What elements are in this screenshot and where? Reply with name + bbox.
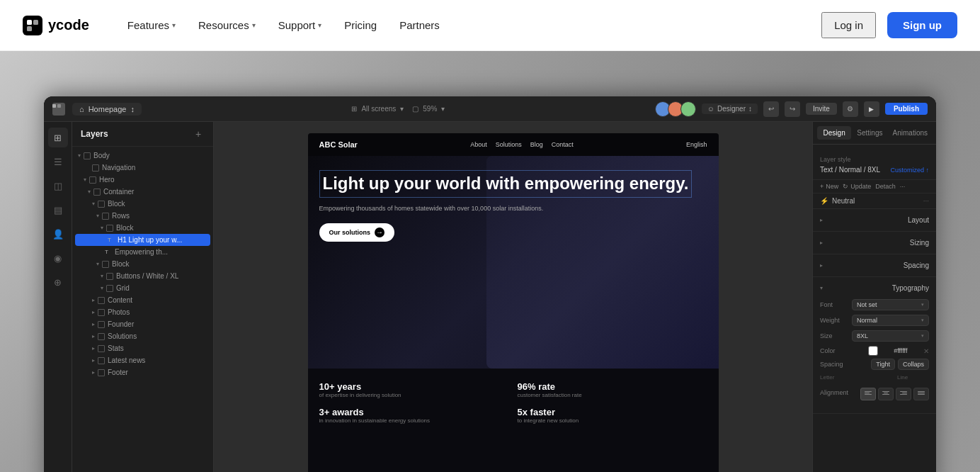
preview-button[interactable]: ▶ bbox=[864, 101, 879, 117]
sidebar-icon-settings[interactable]: ⚙ bbox=[48, 468, 68, 472]
spacing-section-header[interactable]: ▸ Spacing bbox=[813, 259, 936, 272]
font-select[interactable]: Not set ▾ bbox=[852, 299, 929, 310]
layout-section-header[interactable]: ▸ Layout bbox=[813, 213, 936, 227]
site-link-blog: Blog bbox=[530, 141, 543, 148]
detach-style-button[interactable]: Detach bbox=[875, 183, 896, 190]
spacing-collaps-badge[interactable]: Collaps bbox=[898, 359, 929, 370]
layer-rows[interactable]: ▾ Rows bbox=[72, 210, 213, 222]
align-right-button[interactable] bbox=[896, 388, 911, 400]
layer-hero[interactable]: ▾ Hero bbox=[72, 174, 213, 186]
size-select[interactable]: 8XL ▾ bbox=[852, 330, 929, 342]
block-icon bbox=[98, 333, 105, 340]
more-style-button[interactable]: ··· bbox=[900, 183, 906, 190]
customized-badge[interactable]: Customized ↑ bbox=[890, 167, 929, 174]
signup-button[interactable]: Sign up bbox=[887, 12, 957, 38]
layer-empowering[interactable]: T Empowering th... bbox=[72, 246, 213, 258]
layer-photos[interactable]: ▸ Photos bbox=[72, 306, 213, 318]
expand-icon: ▸ bbox=[92, 369, 95, 376]
home-icon: ⌂ bbox=[79, 105, 84, 113]
block-icon bbox=[98, 357, 105, 364]
block-icon bbox=[84, 152, 91, 159]
nav-support[interactable]: Support ▾ bbox=[268, 13, 332, 37]
layout-section: ▸ Layout bbox=[813, 209, 936, 232]
redo-button[interactable]: ↪ bbox=[785, 101, 800, 117]
sidebar-icon-users[interactable]: 👤 bbox=[48, 224, 68, 244]
nav-pricing[interactable]: Pricing bbox=[334, 13, 387, 37]
block-icon bbox=[98, 321, 105, 328]
layer-content[interactable]: ▸ Content bbox=[72, 294, 213, 306]
sidebar-icon-media[interactable]: ▤ bbox=[48, 200, 68, 220]
align-left-button[interactable] bbox=[860, 388, 876, 400]
layer-navigation[interactable]: ▾ Navigation bbox=[72, 162, 213, 174]
letter-line-row: Letter Line bbox=[820, 374, 929, 381]
sidebar-icon-pages[interactable]: ⊞ bbox=[48, 128, 68, 147]
layers-title: Layers bbox=[81, 129, 108, 139]
sidebar-icon-components[interactable]: ◫ bbox=[48, 176, 68, 196]
layer-founder[interactable]: ▸ Founder bbox=[72, 318, 213, 330]
color-label: Color bbox=[820, 347, 852, 354]
nav-resources[interactable]: Resources ▾ bbox=[188, 13, 266, 37]
expand-icon: ▾ bbox=[820, 285, 823, 291]
undo-button[interactable]: ↩ bbox=[763, 101, 779, 117]
align-center-button[interactable] bbox=[878, 388, 894, 400]
logo-text: ycode bbox=[48, 17, 89, 33]
spacing-sub-label: Spacing bbox=[820, 361, 852, 368]
app-body: ⊞ ☰ ◫ ▤ 👤 ◉ ⊕ ⚙ Layers + bbox=[44, 122, 936, 472]
logo[interactable]: ycode bbox=[23, 16, 89, 35]
ellipsis-icon: ··· bbox=[900, 183, 906, 190]
sizing-section-header[interactable]: ▸ Sizing bbox=[813, 236, 936, 249]
publish-button[interactable]: Publish bbox=[885, 103, 928, 115]
app-logo-icon bbox=[52, 103, 65, 116]
select-arrow-icon: ▾ bbox=[921, 318, 924, 323]
layer-container[interactable]: ▾ Container bbox=[72, 186, 213, 198]
spacing-tight-badge[interactable]: Tight bbox=[871, 359, 895, 370]
layer-footer[interactable]: ▸ Footer bbox=[72, 366, 213, 378]
alignment-buttons bbox=[860, 388, 929, 400]
svg-rect-4 bbox=[57, 104, 61, 108]
invite-button[interactable]: Invite bbox=[806, 103, 837, 115]
layer-solutions[interactable]: ▸ Solutions bbox=[72, 330, 213, 342]
block-icon bbox=[98, 309, 105, 316]
layer-grid[interactable]: ▾ Grid bbox=[72, 282, 213, 294]
new-style-button[interactable]: + New bbox=[820, 183, 838, 190]
layer-stats[interactable]: ▸ Stats bbox=[72, 342, 213, 354]
login-button[interactable]: Log in bbox=[821, 12, 876, 38]
tab-design[interactable]: Design bbox=[817, 126, 851, 140]
layer-block-3[interactable]: ▾ Block bbox=[72, 258, 213, 270]
sidebar-icon-database[interactable]: ◉ bbox=[48, 248, 68, 268]
plus-icon: + bbox=[820, 183, 824, 190]
expand-icon: ▾ bbox=[78, 152, 81, 159]
color-swatch[interactable] bbox=[868, 346, 878, 356]
nav-partners[interactable]: Partners bbox=[389, 13, 450, 37]
site-cta-button[interactable]: Our solutions → bbox=[319, 223, 395, 242]
typography-section-header[interactable]: ▾ Typography bbox=[813, 281, 936, 295]
layers-header: Layers + bbox=[72, 122, 213, 147]
settings-icon[interactable]: ⚙ bbox=[843, 101, 858, 117]
weight-select[interactable]: Normal ▾ bbox=[852, 315, 929, 326]
canvas-area[interactable]: ABC Solar About Solutions Blog Contact E… bbox=[214, 122, 812, 472]
stat-2: 96% rate customer satisfaction rate bbox=[518, 381, 707, 398]
breadcrumb-expand-icon: ↕ bbox=[130, 105, 135, 113]
sidebar-icon-globe[interactable]: ⊕ bbox=[48, 272, 68, 292]
layer-block-2[interactable]: ▾ Block bbox=[72, 222, 213, 234]
icons-sidebar: ⊞ ☰ ◫ ▤ 👤 ◉ ⊕ ⚙ bbox=[44, 122, 72, 472]
layer-buttons[interactable]: ▾ Buttons / White / XL bbox=[72, 270, 213, 282]
clear-color-button[interactable]: ✕ bbox=[923, 347, 929, 355]
align-justify-button[interactable] bbox=[913, 388, 929, 400]
layer-block-1[interactable]: ▾ Block bbox=[72, 198, 213, 210]
neutral-more-button[interactable]: ··· bbox=[923, 197, 929, 205]
layer-h1[interactable]: T H1 Light up your w... bbox=[75, 234, 210, 246]
nav-features[interactable]: Features ▾ bbox=[118, 13, 186, 37]
add-layer-button[interactable]: + bbox=[192, 128, 205, 140]
update-style-button[interactable]: ↻ Update bbox=[843, 183, 871, 190]
sidebar-icon-layers[interactable]: ☰ bbox=[48, 152, 68, 172]
breadcrumb[interactable]: ⌂ Homepage ↕ bbox=[72, 103, 142, 116]
svg-rect-1 bbox=[33, 20, 38, 25]
layer-body[interactable]: ▾ Body bbox=[72, 150, 213, 162]
rows-icon bbox=[102, 213, 109, 220]
layer-latest-news[interactable]: ▸ Latest news bbox=[72, 354, 213, 366]
designer-badge[interactable]: ☺ Designer ↕ bbox=[702, 103, 758, 114]
tab-settings[interactable]: Settings bbox=[853, 126, 887, 140]
align-justify-icon bbox=[918, 391, 925, 397]
tab-animations[interactable]: Animations bbox=[889, 126, 932, 140]
